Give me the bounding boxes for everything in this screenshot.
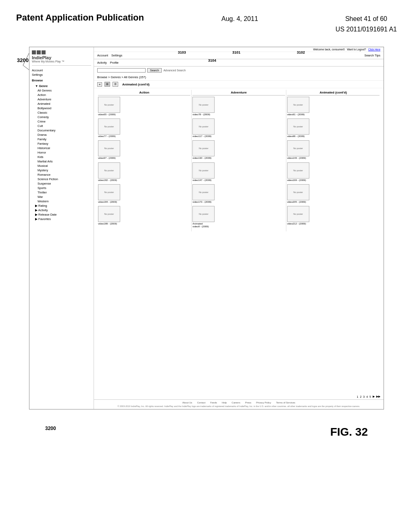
svg-line-0 [23, 53, 29, 65]
account-link[interactable]: Account [97, 54, 108, 57]
sidebar-item-kids[interactable]: Kids [32, 155, 91, 159]
video-poster: No poster [98, 206, 120, 222]
figure-number: FIG. 32 [330, 426, 368, 438]
search-input[interactable] [97, 68, 146, 73]
list-item: No poster video65 - (2009) [98, 97, 190, 116]
page-next[interactable]: ▶ [373, 395, 375, 398]
video-poster: No poster [287, 118, 309, 135]
logo-area: IndiePlay Where My Movies Play ™ [32, 50, 91, 66]
footer-terms[interactable]: Terms of Services [276, 401, 295, 404]
publication-date: Aug. 4, 2011 [221, 12, 258, 23]
sidebar-item-animated[interactable]: Animated [32, 102, 91, 106]
ref-3200-label: 3200 [45, 426, 56, 431]
video-poster: No poster [98, 162, 120, 179]
sidebar-item-historical[interactable]: Historical [32, 146, 91, 150]
page-3[interactable]: 3 [363, 395, 365, 398]
patent-number: US 2011/0191691 A1 [336, 23, 397, 33]
list-item: No poster video97 - (2009) [98, 140, 190, 160]
welcome-bar: Welcome back, consumer0 Want to Logout? … [94, 47, 384, 52]
sidebar-item-western[interactable]: Western [32, 199, 91, 204]
video-title: video212 - (2009) [287, 222, 380, 225]
search-button[interactable]: Search [147, 68, 162, 73]
advanced-search-link[interactable]: Advanced Search [163, 69, 186, 72]
list-item: No poster Animatedvideo8 - (2009) [192, 206, 285, 228]
page-5[interactable]: 5 [369, 395, 371, 398]
sidebar-item-fantasy[interactable]: Fantasy [32, 141, 91, 146]
footer-aboutus[interactable]: About Us [182, 401, 192, 404]
genre-col-header-adventure: Adventure [192, 91, 285, 96]
footer-privacy[interactable]: Privacy Policy [256, 401, 271, 404]
sidebar-item-sports[interactable]: Sports [32, 186, 91, 190]
sidebar-item-activity[interactable]: ▶ Activity [32, 208, 91, 212]
page-1[interactable]: 1 [357, 395, 358, 398]
logo-icons [32, 50, 91, 54]
footer-help[interactable]: Help [222, 401, 227, 404]
list-item: No poster video147 - (2009) [192, 162, 285, 182]
sidebar-item-comedy[interactable]: Comedy [32, 115, 91, 119]
sidebar-item-thriller[interactable]: Thriller [32, 190, 91, 195]
tab-activity[interactable]: Activity [97, 61, 107, 64]
sidebar-item-browse[interactable]: Browse [32, 78, 91, 83]
sidebar-item-action[interactable]: Action [32, 93, 91, 97]
sidebar-item-documentary[interactable]: Documentary [32, 128, 91, 133]
list-item: No poster video173 - (2009) [192, 184, 285, 204]
view-list-btn[interactable]: ≡ [97, 82, 102, 87]
footer-press[interactable]: Press [245, 401, 251, 404]
video-title: video91 - (2009) [287, 113, 380, 116]
sidebar-item-war[interactable]: War [32, 195, 91, 199]
list-item: No poster video96 - (2009) [287, 118, 380, 138]
view-detail-btn[interactable]: ☰ [113, 82, 118, 87]
video-poster: No poster [192, 118, 215, 135]
genre-col-adventure: Adventure No poster video78 - (2009) No … [192, 90, 286, 231]
sidebar-item-genre[interactable]: ▼ Genre [32, 84, 91, 88]
page-4[interactable]: 4 [366, 395, 368, 398]
page-container: Patent Application Publication Aug. 4, 2… [0, 0, 413, 532]
tab-profile[interactable]: Profile [110, 61, 119, 64]
sidebar-item-crime[interactable]: Crime [32, 119, 91, 124]
sidebar-item-settings[interactable]: Settings [32, 73, 91, 77]
sidebar-item-account[interactable]: Account [32, 68, 91, 73]
page-2[interactable]: 2 [360, 395, 361, 398]
list-item: No poster video149 - (2009) [287, 140, 380, 160]
sidebar-item-favorites[interactable]: ▶ Favorites [32, 217, 91, 221]
grid-area: Action No poster video65 - (2009) No pos… [94, 88, 384, 395]
settings-link[interactable]: Settings [111, 54, 122, 57]
list-item: No poster video212 - (2009) [287, 206, 380, 225]
sidebar-item-drama[interactable]: Drama [32, 133, 91, 137]
sidebar-item-horror[interactable]: Horror [32, 150, 91, 155]
logout-link[interactable]: Click Here [368, 48, 380, 51]
footer-careers[interactable]: Careers [232, 401, 240, 404]
top-bar: Account Settings Search Tips [94, 52, 384, 59]
sidebar-item-mystery[interactable]: Mystery [32, 168, 91, 172]
sidebar-item-allgenres[interactable]: All Genres [32, 88, 91, 93]
sidebar-item-rating[interactable]: ▶ Rating [32, 204, 91, 208]
app-sidebar: IndiePlay Where My Movies Play ™ Account… [29, 47, 94, 409]
video-title: Animatedvideo8 - (2009) [192, 222, 285, 228]
sidebar-item-martialarts[interactable]: Martial Arts [32, 159, 91, 164]
sidebar-item-suspense[interactable]: Suspense [32, 181, 91, 186]
page-header: Patent Application Publication Aug. 4, 2… [0, 0, 413, 37]
video-title: video96 - (2009) [287, 135, 380, 138]
video-title: video169 - (2009) [287, 179, 380, 182]
sidebar-item-romance[interactable]: Romance [32, 172, 91, 177]
logo-icon-2 [37, 50, 41, 54]
video-poster: No poster [98, 97, 120, 113]
sidebar-item-cult[interactable]: Cult [32, 124, 91, 128]
footer-contact[interactable]: Contact [197, 401, 206, 404]
sidebar-item-bollywood[interactable]: Bollywood [32, 106, 91, 110]
sidebar-item-adventure[interactable]: Adventure [32, 97, 91, 102]
video-poster: No poster [98, 184, 120, 200]
sidebar-item-scifi[interactable]: Science Fiction [32, 177, 91, 181]
video-title: video77 - (2009) [98, 135, 190, 138]
sidebar-item-releasedate[interactable]: ▶ Release Date [32, 212, 91, 217]
sidebar-nav: Account Settings Browse ▼ Genre All Genr… [32, 68, 91, 221]
sidebar-item-family[interactable]: Family [32, 137, 91, 141]
footer-feeds[interactable]: Feeds [210, 401, 217, 404]
video-poster: No poster [98, 118, 120, 135]
view-grid-btn[interactable]: ⊞ [104, 82, 110, 87]
sidebar-item-musical[interactable]: Musical [32, 164, 91, 168]
pagination: 1 2 3 4 5 ▶ ▶▶ [94, 395, 384, 398]
sidebar-item-classic[interactable]: Classic [32, 110, 91, 115]
page-last[interactable]: ▶▶ [376, 395, 380, 398]
search-tips-link[interactable]: Search Tips [364, 54, 380, 57]
